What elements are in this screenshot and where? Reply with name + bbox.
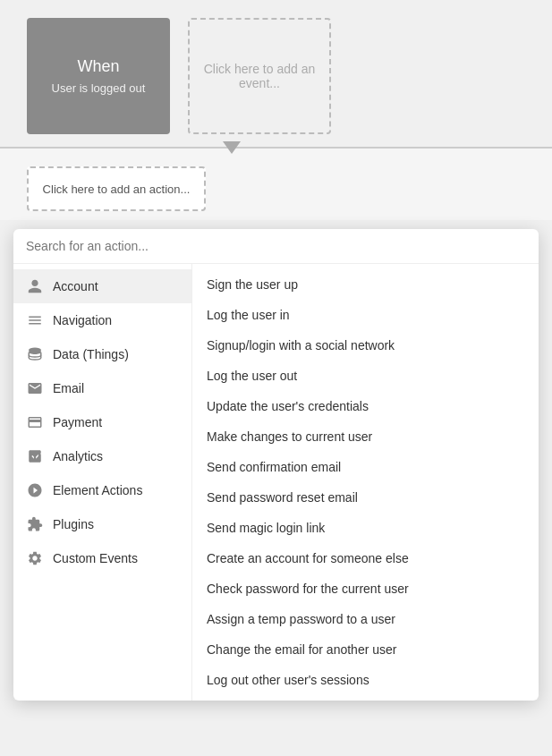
action-item[interactable]: Create an account for someone else (192, 543, 539, 573)
category-item-navigation[interactable]: Navigation (13, 303, 191, 337)
element-icon (26, 481, 44, 499)
add-action-label: Click here to add an action... (43, 183, 191, 196)
action-item[interactable]: Log the user out (192, 361, 539, 391)
add-event-block[interactable]: Click here to add an event... (188, 18, 331, 134)
when-block[interactable]: When User is logged out (27, 18, 170, 134)
category-label-data: Data (Things) (53, 347, 129, 361)
category-item-data[interactable]: Data (Things) (13, 337, 191, 371)
custom-icon (26, 549, 44, 567)
arrow-down-icon (223, 141, 241, 154)
action-item[interactable]: Send confirmation email (192, 452, 539, 482)
add-action-block[interactable]: Click here to add an action... (27, 166, 206, 211)
action-item[interactable]: Check password for the current user (192, 573, 539, 604)
category-item-email[interactable]: Email (13, 371, 191, 405)
category-item-element-actions[interactable]: Element Actions (13, 473, 191, 507)
category-item-payment[interactable]: Payment (13, 405, 191, 439)
dropdown-body: Account Navigation Data (Things) (13, 264, 539, 701)
action-item[interactable]: Log the user in (192, 300, 539, 330)
category-item-plugins[interactable]: Plugins (13, 507, 191, 541)
action-item[interactable]: Send magic login link (192, 513, 539, 543)
category-list: Account Navigation Data (Things) (13, 264, 192, 701)
action-item[interactable]: Log out other user's sessions (192, 665, 539, 695)
svg-rect-1 (30, 455, 31, 461)
dropdown-panel: Account Navigation Data (Things) (13, 229, 539, 701)
when-subtitle: User is logged out (52, 81, 146, 95)
svg-rect-2 (34, 453, 36, 461)
database-icon (26, 345, 44, 363)
category-label-custom-events: Custom Events (53, 551, 138, 565)
category-label-email: Email (53, 381, 84, 395)
search-area (13, 229, 539, 264)
action-item[interactable]: Send password reset email (192, 482, 539, 513)
action-item[interactable]: Change the email for another user (192, 634, 539, 665)
category-label-analytics: Analytics (53, 449, 103, 463)
plugins-icon (26, 515, 44, 533)
action-item[interactable]: Update the user's credentials (192, 391, 539, 421)
svg-rect-3 (38, 451, 40, 461)
category-label-payment: Payment (53, 415, 102, 429)
analytics-icon (26, 447, 44, 465)
category-item-analytics[interactable]: Analytics (13, 439, 191, 473)
action-item[interactable]: Signup/login with a social network (192, 330, 539, 361)
action-item[interactable]: Sign the user up (192, 269, 539, 300)
category-label-element-actions: Element Actions (53, 483, 142, 497)
action-item[interactable]: Make changes to current user (192, 421, 539, 452)
category-item-custom-events[interactable]: Custom Events (13, 541, 191, 575)
category-label-navigation: Navigation (53, 313, 112, 327)
action-item[interactable]: Assign a temp password to a user (192, 604, 539, 634)
action-list: Sign the user upLog the user inSignup/lo… (192, 264, 539, 701)
category-label-plugins: Plugins (53, 517, 94, 531)
person-icon (26, 277, 44, 295)
add-event-label: Click here to add an event... (199, 62, 320, 90)
email-icon (26, 379, 44, 397)
category-item-account[interactable]: Account (13, 269, 191, 303)
arrow-area (0, 134, 552, 154)
navigation-icon (26, 311, 44, 329)
canvas-area: When User is logged out Click here to ad… (0, 0, 552, 134)
payment-icon (26, 413, 44, 431)
category-label-account: Account (53, 279, 98, 293)
action-area: Click here to add an action... (0, 149, 552, 220)
search-input[interactable] (26, 239, 526, 253)
when-title: When (77, 57, 119, 76)
